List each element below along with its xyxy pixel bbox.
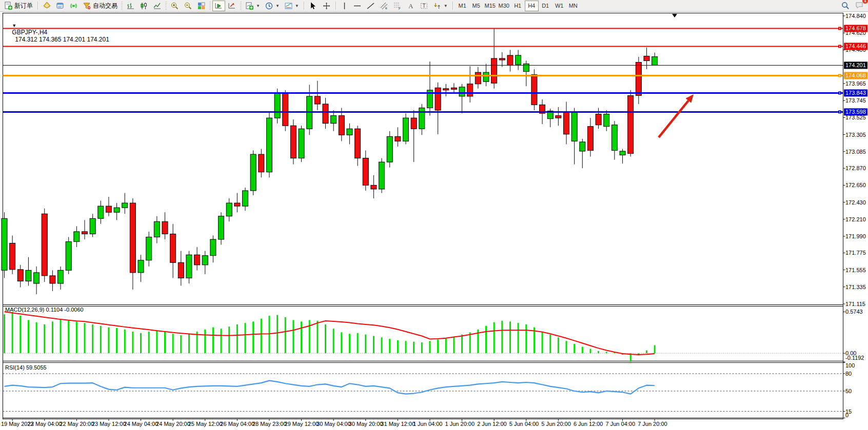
search-button[interactable] [839, 1, 852, 11]
bar-chart-button[interactable] [124, 1, 137, 11]
arrows-icon [433, 2, 442, 10]
candle-bull [403, 118, 409, 141]
macd-histogram-bar [437, 339, 439, 353]
candle-bear [162, 221, 168, 234]
templates-icon [284, 2, 293, 10]
date-axis-label: 2 Jun 12:00 [477, 421, 507, 427]
price-tag-label: 173.843 [845, 90, 866, 96]
timeframe-button-h4[interactable]: H4 [525, 1, 539, 11]
candle-bull [154, 221, 160, 237]
macd-histogram-bar [365, 335, 366, 354]
timeframe-button-mn[interactable]: MN [566, 1, 580, 11]
candle-bull [266, 118, 272, 172]
timeframe-button-m5[interactable]: M5 [469, 1, 483, 11]
timeframe-button-m1[interactable]: M1 [456, 1, 469, 11]
date-axis-label: 7 Jun 04:00 [606, 421, 636, 427]
chart-background[interactable] [3, 13, 843, 419]
zoom-in-button[interactable] [168, 1, 181, 11]
label-icon: T [420, 2, 428, 10]
timeframe-button-w1[interactable]: W1 [553, 1, 566, 11]
rsi-axis-label: 50 [845, 388, 852, 394]
candle-bear [194, 255, 200, 265]
timeframe-button-m30[interactable]: M30 [497, 1, 511, 11]
new-order-label: 新订单 [14, 2, 33, 10]
candle-bear [371, 185, 377, 189]
date-axis-label: 5 Jun 20:00 [541, 421, 571, 427]
templates-button[interactable]: ▼ [282, 1, 301, 11]
macd-histogram-bar [84, 323, 86, 353]
candle-bull [2, 218, 7, 270]
svg-text:T: T [422, 3, 425, 9]
candle-bear [355, 129, 361, 158]
candle-bear [475, 72, 481, 84]
tile-windows-button[interactable] [195, 1, 208, 11]
chart-header: ▼ GBPJPY-,H4 174.312 174.365 174.201 174… [5, 14, 109, 50]
signals-button[interactable] [67, 1, 80, 11]
candle-bear [531, 75, 537, 105]
macd-histogram-bar [381, 337, 383, 353]
candle-bull [387, 136, 392, 162]
price-axis-label: 173.305 [845, 132, 866, 138]
macd-histogram-bar [268, 316, 270, 353]
fibonacci-button[interactable]: F [391, 1, 404, 11]
macd-histogram-bar [212, 327, 214, 354]
dropdown-caret: ▼ [256, 4, 260, 8]
rsi-indicator-label: RSI(14) 59.5055 [5, 364, 47, 371]
new-order-icon [4, 2, 13, 10]
macd-axis-label: -0.1192 [845, 355, 864, 361]
zoom-out-button[interactable] [182, 1, 194, 11]
label-button[interactable]: T [418, 1, 430, 11]
cursor-button[interactable] [307, 1, 320, 11]
toolbar-grip [209, 2, 211, 10]
svg-text:E: E [385, 7, 387, 10]
trendline-button[interactable] [364, 1, 377, 11]
price-axis-label: 172.650 [845, 182, 866, 188]
candle-bear [178, 262, 184, 278]
date-axis-label: 24 May 20:00 [156, 421, 190, 427]
autoscroll-icon [214, 2, 223, 10]
arrows-button[interactable]: ▼ [431, 1, 450, 11]
toolbar-grip [240, 2, 242, 10]
text-button[interactable]: A [404, 1, 417, 11]
horizontal-line-icon [353, 2, 362, 10]
new-order-button[interactable]: 新订单 [2, 1, 35, 11]
candle-bull [58, 270, 64, 283]
macd-histogram-bar [28, 320, 29, 354]
price-chart[interactable]: 174.840174.620174.400173.965173.745173.5… [0, 0, 868, 430]
vertical-line-button[interactable] [339, 1, 350, 11]
horizontal-line-button[interactable] [351, 1, 364, 11]
macd-histogram-bar [349, 334, 350, 353]
autoscroll-button[interactable] [212, 1, 225, 11]
macd-histogram-bar [373, 336, 374, 353]
macd-histogram-bar [44, 324, 45, 353]
toolbar-separator [304, 2, 304, 10]
timeframe-button-d1[interactable]: D1 [539, 1, 553, 11]
timeframe-button-h1[interactable]: H1 [511, 1, 525, 11]
notification-badge[interactable]: 1 [862, 0, 868, 4]
terminal-button[interactable] [54, 1, 67, 11]
chart-shift-button[interactable] [226, 1, 239, 11]
candlestick-chart-button[interactable] [137, 1, 150, 11]
macd-histogram-bar [52, 321, 53, 353]
candle-bull [26, 270, 31, 281]
timeframe-button-m15[interactable]: M15 [483, 1, 497, 11]
periods-button[interactable]: ▼ [263, 1, 282, 11]
collapse-triangle-icon[interactable]: ▼ [12, 23, 16, 28]
crosshair-button[interactable] [320, 1, 333, 11]
autotrading-button[interactable]: 自动交易 [81, 1, 120, 11]
svg-text:A: A [408, 2, 413, 10]
line-chart-button[interactable] [151, 1, 164, 11]
equidistant-channel-button[interactable]: E [378, 1, 390, 11]
macd-histogram-bar [12, 312, 13, 353]
indicators-button[interactable]: ▼ [243, 1, 262, 11]
candle-bear [363, 158, 368, 186]
candle-bear [323, 104, 328, 124]
date-axis-label: 29 May 12:00 [285, 421, 319, 427]
candle-bear [636, 63, 641, 96]
macd-histogram-bar [4, 314, 5, 353]
toolbar-separator [452, 2, 453, 10]
macd-histogram-bar [228, 326, 230, 353]
metaeditor-button[interactable] [41, 1, 53, 11]
macd-histogram-bar [421, 342, 423, 353]
candle-bull [202, 256, 208, 265]
